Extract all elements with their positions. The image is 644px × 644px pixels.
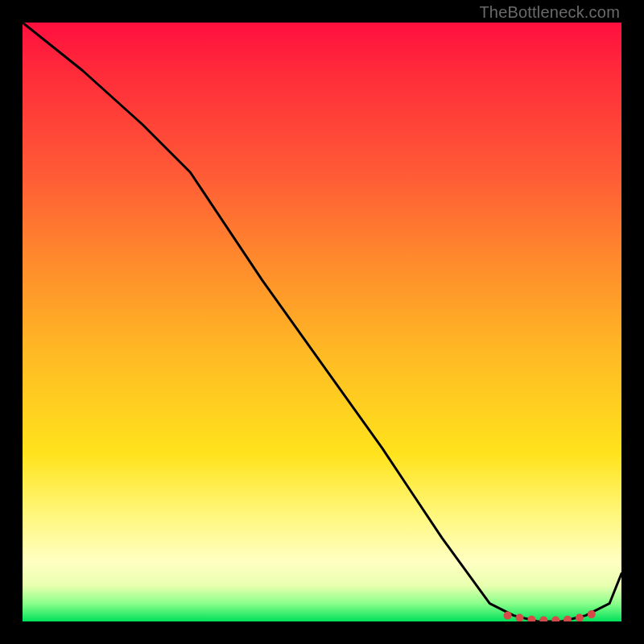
chart-frame: TheBottleneck.com xyxy=(0,0,644,644)
watermark-text: TheBottleneck.com xyxy=(479,3,620,22)
plot-gradient-background xyxy=(23,23,621,621)
